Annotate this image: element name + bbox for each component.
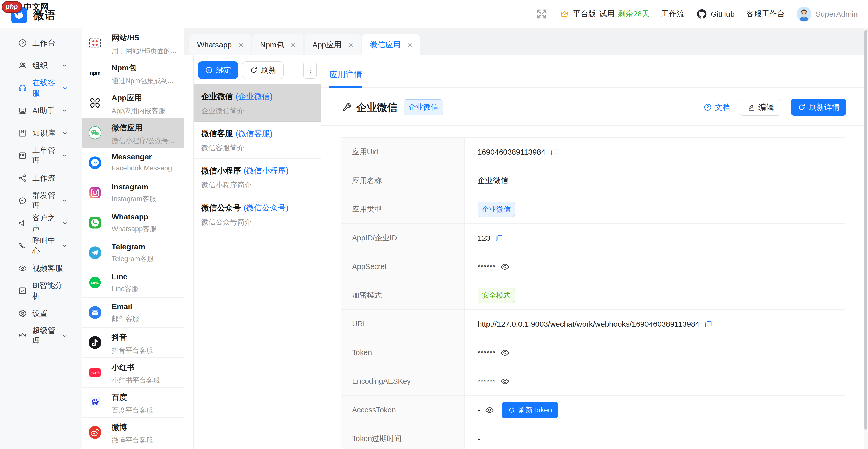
sidebar-item[interactable]: 群发管理	[0, 189, 82, 212]
channel-item[interactable]: LINE Line Line客服	[82, 268, 184, 298]
channel-desc: 通过Npm包集成到...	[112, 76, 181, 86]
plan-edition: 平台版	[573, 9, 596, 19]
wrench-icon	[341, 102, 351, 113]
sidebar-item[interactable]: 设置	[0, 302, 82, 325]
sidebar-item[interactable]: 客户之声	[0, 212, 82, 234]
channel-name: Telegram	[112, 243, 181, 251]
channel-item[interactable]: 网站/H5 用于网站/H5页面的...	[82, 28, 184, 58]
list-item[interactable]: 微信客服(微信客服) 微信客服简介	[193, 122, 321, 159]
scrollbar-thumb[interactable]	[864, 30, 867, 429]
copy-icon[interactable]	[550, 148, 558, 156]
channel-item[interactable]: 抖音 抖音平台客服	[82, 328, 184, 358]
tab-bar: Whatsapp × Npm包 × App应用 × 微信应用 ×	[184, 28, 868, 55]
kebab-icon	[306, 66, 314, 74]
svg-text:npm: npm	[90, 70, 100, 76]
line-icon: LINE	[88, 276, 102, 290]
close-icon[interactable]: ×	[290, 40, 296, 49]
instagram-icon	[88, 186, 102, 200]
sidebar-item[interactable]: 超级管理	[0, 325, 82, 347]
tab-label: 微信应用	[370, 40, 400, 50]
watermark: php 中文网	[2, 1, 49, 13]
channel-name: 微信应用	[112, 123, 181, 133]
sidebar-item[interactable]: 工单管理	[0, 145, 82, 167]
copy-icon[interactable]	[704, 320, 712, 328]
refresh-button[interactable]: 刷新	[242, 61, 284, 79]
sidebar-item[interactable]: 在线客服	[0, 77, 82, 99]
tab[interactable]: Whatsapp ×	[189, 34, 251, 55]
close-icon[interactable]: ×	[238, 40, 244, 49]
scrollbar	[864, 28, 868, 449]
agent-workbench-link[interactable]: 客服工作台	[746, 9, 785, 19]
app-code: (微信客服)	[236, 129, 273, 138]
chat-icon	[18, 196, 27, 205]
eye-icon[interactable]	[500, 262, 510, 271]
eye-icon[interactable]	[500, 348, 510, 358]
close-icon[interactable]: ×	[348, 40, 353, 49]
plan-info[interactable]: 平台版 试用 剩余28天	[559, 9, 649, 19]
channel-item[interactable]: Email 邮件客服	[82, 298, 184, 328]
eye-icon[interactable]	[500, 377, 510, 386]
field-value: 123	[477, 234, 490, 243]
user-menu[interactable]: SuperAdmin	[797, 7, 858, 22]
doc-link[interactable]: 文档	[703, 102, 730, 113]
table-row: AppID/企业ID 123	[341, 224, 845, 252]
sidebar-item[interactable]: 呼叫中心	[0, 234, 82, 257]
sidebar-item[interactable]: 知识库	[0, 122, 82, 145]
list-item[interactable]: 微信公众号(微信公众号) 微信公众号简介	[193, 196, 321, 233]
refresh-detail-button[interactable]: 刷新详情	[791, 99, 846, 116]
table-row: 应用Uid 1690460389113984	[341, 138, 845, 166]
channel-item[interactable]: 小红书 小红书 小红书平台客服	[82, 358, 184, 388]
channel-desc: 抖音平台客服	[112, 346, 181, 355]
tab[interactable]: 微信应用 ×	[362, 34, 420, 55]
chevron-down-icon	[62, 107, 68, 114]
sidebar-item-label: 工作台	[32, 38, 55, 49]
tab[interactable]: App应用 ×	[305, 34, 361, 55]
channel-item[interactable]: 微博 微博平台客服	[82, 418, 184, 447]
table-row: URL http://127.0.0.1:9003/wechat/work/we…	[341, 310, 845, 339]
channel-name: 微博	[112, 422, 181, 432]
channel-item[interactable]: npm Npm包 通过Npm包集成到...	[82, 58, 184, 88]
channel-item[interactable]: App应用 App应用内嵌客服	[82, 88, 184, 118]
sidebar-item[interactable]: 视频客服	[0, 257, 82, 280]
channel-item[interactable]: Messenger Facebook Messeng...	[82, 148, 184, 178]
sidebar-item[interactable]: AI助手	[0, 99, 82, 122]
npm-icon: npm	[88, 66, 102, 80]
channel-item[interactable]: du 百度 百度平台客服	[82, 388, 184, 418]
chevron-down-icon	[62, 198, 68, 204]
workflow-link[interactable]: 工作流	[661, 9, 684, 19]
fullscreen-icon[interactable]	[536, 8, 548, 20]
list-item[interactable]: 微信小程序(微信小程序) 微信小程序简介	[193, 159, 321, 196]
channel-item[interactable]: Telegram Telegram客服	[82, 238, 184, 268]
crown-icon	[18, 331, 27, 341]
tab[interactable]: Npm包 ×	[252, 34, 303, 55]
channel-item[interactable]: Instagram Instagram客服	[82, 178, 184, 208]
github-link[interactable]: GitHub	[696, 8, 735, 20]
more-menu-button[interactable]	[303, 62, 317, 78]
channel-item[interactable]: Whatsapp Whatsapp客服	[82, 208, 184, 238]
sidebar-item[interactable]: 组织	[0, 54, 82, 77]
refresh-token-button[interactable]: 刷新Token	[502, 402, 558, 418]
php-logo: php	[2, 1, 22, 13]
edit-button[interactable]: 编辑	[740, 99, 781, 116]
sidebar-item[interactable]: 工作流	[0, 167, 82, 189]
sidebar-item[interactable]: 工作台	[0, 32, 82, 54]
tab-app-detail[interactable]: 应用详情	[329, 69, 362, 88]
field-label: AccessToken	[341, 396, 465, 424]
bind-button[interactable]: 绑定	[198, 61, 238, 79]
sidebar-item[interactable]: BI智能分析	[0, 280, 82, 302]
field-value: 1690460389113984	[477, 148, 546, 156]
eye-icon[interactable]	[485, 405, 494, 415]
tab-label: App应用	[312, 40, 341, 50]
field-label: Token	[341, 339, 465, 367]
list-item[interactable]: 企业微信(企业微信) 企业微信简介	[193, 85, 321, 122]
sidebar-item-label: 在线客服	[32, 77, 57, 99]
app-code: (微信公众号)	[244, 203, 288, 212]
table-row: Token过期时间 -	[341, 424, 845, 449]
channel-item[interactable]: 微信应用 微信小程序/公众号...	[82, 118, 184, 148]
copy-icon[interactable]	[495, 234, 503, 242]
eyenav-icon	[18, 264, 27, 273]
table-row: Token ******	[341, 339, 845, 367]
whatsapp-icon	[88, 216, 102, 230]
close-icon[interactable]: ×	[407, 40, 412, 49]
chevron-down-icon	[62, 62, 68, 69]
